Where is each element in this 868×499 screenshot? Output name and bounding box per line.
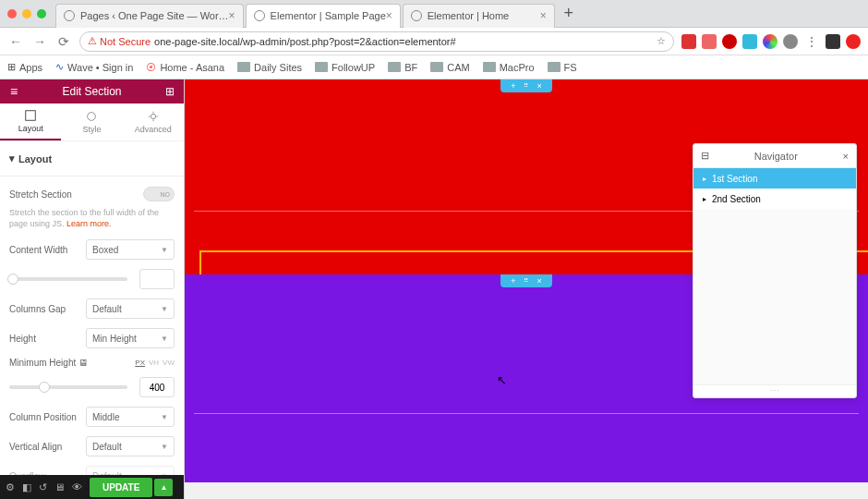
- label: Height: [9, 334, 36, 344]
- bookmark-item[interactable]: ⊞ Apps: [7, 61, 42, 73]
- caret-icon: ▸: [703, 175, 706, 183]
- row-width-slider: [9, 264, 175, 294]
- ext-icon[interactable]: [681, 34, 696, 49]
- columns-gap-select[interactable]: Default▼: [86, 298, 175, 319]
- row-column-position: Column Position Middle▼: [9, 402, 175, 432]
- stretch-toggle[interactable]: NO: [143, 187, 175, 201]
- navigator-title: Navigator: [709, 151, 843, 162]
- close-icon[interactable]: ×: [386, 9, 392, 22]
- menu-icon[interactable]: ⋮: [803, 34, 820, 49]
- label: Vertical Align: [9, 442, 62, 452]
- min-height-input[interactable]: [139, 377, 175, 397]
- bookmark-item[interactable]: FS: [548, 62, 577, 73]
- favicon-icon: [254, 10, 265, 21]
- collapse-icon[interactable]: ⊟: [701, 150, 709, 162]
- bookmark-star-icon[interactable]: ☆: [657, 35, 666, 47]
- content-width-select[interactable]: Boxed▼: [86, 239, 175, 260]
- row-min-height: [9, 372, 175, 402]
- row-content-width: Content Width Boxed▼: [9, 235, 175, 264]
- svg-point-2: [151, 114, 155, 118]
- row-columns-gap: Columns Gap Default▼: [9, 294, 175, 323]
- bookmark-item[interactable]: ∿ Wave • Sign in: [55, 61, 133, 73]
- desktop-icon[interactable]: 🖥: [78, 358, 88, 368]
- navigator-header[interactable]: ⊟ Navigator ×: [693, 144, 856, 168]
- row-min-height-label: Minimum Height 🖥 PXVHVW: [9, 353, 175, 372]
- row-vertical-align: Vertical Align Default▼: [9, 432, 175, 461]
- address-bar: ← → ⟳ ⚠ Not Secure one-page-site.local/w…: [0, 28, 868, 55]
- responsive-icon[interactable]: 🖥: [54, 481, 65, 493]
- section-handle[interactable]: +⠿×: [500, 274, 552, 287]
- forward-button[interactable]: →: [31, 34, 48, 49]
- tab-style[interactable]: Style: [61, 103, 122, 140]
- height-select[interactable]: Min Height▼: [86, 328, 175, 348]
- navigator-item[interactable]: ▸2nd Section: [693, 189, 856, 209]
- bookmark-item[interactable]: FollowUP: [315, 62, 375, 73]
- tab-title: Elementor | Sample Page: [271, 10, 386, 21]
- svg-rect-0: [26, 111, 36, 121]
- tab-title: Pages ‹ One Page Site — Wor…: [80, 10, 229, 21]
- history-icon[interactable]: ↺: [39, 481, 47, 493]
- ext-icon[interactable]: [846, 34, 861, 49]
- not-secure-badge: ⚠ Not Secure: [88, 35, 151, 47]
- column-position-select[interactable]: Middle▼: [86, 407, 175, 427]
- learn-more-link[interactable]: Learn more.: [66, 219, 112, 228]
- ext-icon[interactable]: [702, 34, 717, 49]
- ext-icon[interactable]: [783, 34, 798, 49]
- close-icon[interactable]: ×: [229, 9, 235, 22]
- panel-tabs: Layout Style Advanced: [0, 103, 184, 140]
- navigator-body: [693, 209, 856, 384]
- label: Minimum Height 🖥: [9, 358, 88, 368]
- bookmarks-bar: ⊞ Apps ∿ Wave • Sign in ⦿ Home - Asana D…: [0, 55, 868, 79]
- bookmark-item[interactable]: MacPro: [483, 62, 535, 73]
- settings-icon[interactable]: ⚙: [6, 481, 15, 493]
- ext-icon[interactable]: [722, 34, 737, 49]
- close-icon[interactable]: ×: [843, 151, 849, 162]
- label: Content Width: [9, 245, 67, 255]
- navigator-panel[interactable]: ⊟ Navigator × ▸1st Section ▸2nd Section …: [693, 143, 857, 398]
- browser-tab[interactable]: Elementor | Sample Page×: [246, 4, 401, 28]
- width-input[interactable]: [139, 269, 175, 289]
- reload-button[interactable]: ⟳: [55, 34, 72, 49]
- panel-header: ≡ Edit Section ⊞: [0, 79, 184, 103]
- bookmark-item[interactable]: CAM: [430, 62, 469, 73]
- new-tab-button[interactable]: +: [557, 4, 581, 23]
- bookmark-item[interactable]: Daily Sites: [237, 62, 302, 73]
- unit-px[interactable]: PX: [135, 359, 145, 367]
- hamburger-icon[interactable]: ≡: [0, 84, 28, 99]
- label: Columns Gap: [9, 304, 66, 314]
- extensions: ⋮: [681, 34, 861, 49]
- update-options-button[interactable]: ▲: [154, 479, 173, 496]
- navigator-item[interactable]: ▸1st Section: [693, 168, 856, 189]
- browser-tab[interactable]: Pages ‹ One Page Site — Wor…×: [55, 4, 244, 28]
- favicon-icon: [411, 10, 422, 21]
- ext-icon[interactable]: [763, 34, 778, 49]
- back-button[interactable]: ←: [7, 34, 24, 49]
- unit-vw[interactable]: VW: [163, 359, 175, 367]
- unit-vh[interactable]: VH: [149, 359, 159, 367]
- browser-tab-strip: Pages ‹ One Page Site — Wor…× Elementor …: [0, 0, 868, 28]
- tab-advanced[interactable]: Advanced: [123, 103, 184, 140]
- navigator-resize-handle[interactable]: ⋯: [693, 384, 856, 397]
- tab-layout[interactable]: Layout: [0, 103, 61, 140]
- navigator-icon[interactable]: ◧: [22, 481, 31, 493]
- bookmark-item[interactable]: BF: [388, 62, 417, 73]
- favicon-icon: [64, 10, 75, 21]
- url-text: one-page-site.local/wp-admin/post.php?po…: [154, 36, 456, 47]
- ext-icon[interactable]: [826, 34, 840, 49]
- preview-icon[interactable]: 👁: [72, 481, 82, 493]
- tab-title: Elementor | Home: [428, 10, 509, 21]
- width-slider[interactable]: [9, 277, 127, 281]
- ext-icon[interactable]: [742, 34, 757, 49]
- widgets-icon[interactable]: ⊞: [156, 85, 184, 98]
- close-icon[interactable]: ×: [540, 9, 547, 22]
- bookmark-item[interactable]: ⦿ Home - Asana: [146, 62, 224, 73]
- vertical-align-select[interactable]: Default▼: [86, 436, 175, 456]
- section-layout-header[interactable]: ▾ Layout: [9, 147, 175, 170]
- browser-tab[interactable]: Elementor | Home×: [403, 4, 555, 28]
- update-button[interactable]: UPDATE: [90, 478, 152, 497]
- min-height-slider[interactable]: [9, 385, 127, 389]
- url-input[interactable]: ⚠ Not Secure one-page-site.local/wp-admi…: [79, 31, 674, 52]
- section-handle[interactable]: +⠿×: [500, 79, 552, 92]
- row-stretch: Stretch Section NO: [9, 182, 175, 206]
- window-controls[interactable]: [7, 9, 46, 18]
